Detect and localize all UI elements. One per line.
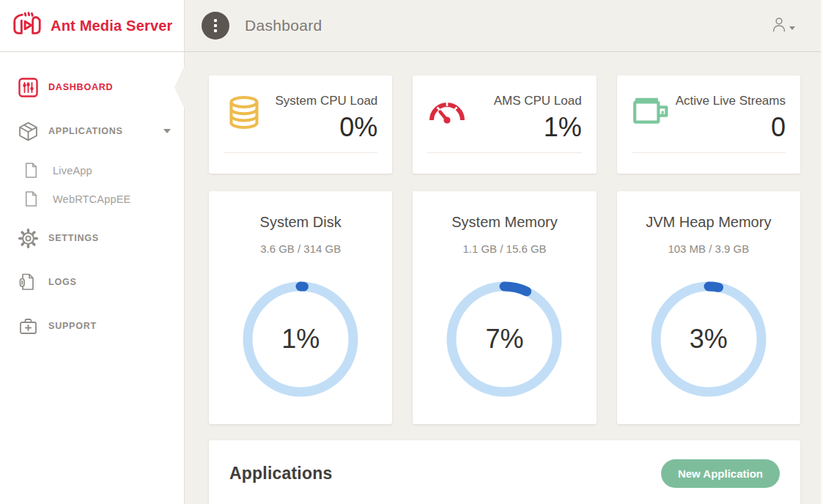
active-item-arrow (174, 65, 185, 109)
top-bar: Dashboard (185, 0, 823, 52)
gauge-cards-row: System Disk 3.6 GB / 314 GB 1% System Me… (209, 191, 800, 424)
sidebar-item-dashboard[interactable]: DASHBOARD (0, 70, 184, 105)
applications-title: Applications (229, 464, 332, 483)
page-title: Dashboard (245, 17, 322, 34)
donut-gauge: 1% (242, 281, 359, 398)
sidebar-item-label: LiveApp (53, 165, 92, 177)
sidebar-item-label: DASHBOARD (48, 82, 113, 92)
main-area: Dashboard (185, 0, 823, 504)
sidebar-item-liveapp[interactable]: LiveApp (0, 156, 184, 185)
sidebar-item-webrtcappee[interactable]: WebRTCAppEE (0, 185, 184, 213)
donut-gauge: 3% (650, 281, 767, 398)
sidebar-item-label: WebRTCAppEE (53, 193, 130, 205)
log-file-icon (16, 273, 40, 292)
ant-media-logo-icon (11, 10, 43, 42)
stat-value: 1% (494, 113, 582, 142)
chevron-down-icon (163, 129, 171, 133)
app-window: Ant Media Server DASHBOARD (0, 0, 823, 504)
applications-section: Applications New Application (209, 440, 800, 504)
gauge-card-jvm-heap: JVM Heap Memory 103 MB / 3.9 GB 3% (617, 191, 800, 424)
stat-label: System CPU Load (275, 93, 377, 109)
gear-icon (16, 228, 40, 249)
stat-label: AMS CPU Load (494, 93, 582, 109)
donut-gauge: 7% (446, 281, 563, 398)
gauge-title: System Disk (209, 214, 392, 231)
sidebar-item-applications[interactable]: APPLICATIONS (0, 114, 184, 149)
gauge-title: System Memory (413, 214, 596, 231)
gauge-card-system-disk: System Disk 3.6 GB / 314 GB 1% (209, 191, 392, 424)
sidebar-item-label: SETTINGS (48, 233, 99, 243)
new-application-button[interactable]: New Application (661, 459, 780, 488)
sliders-icon (16, 78, 40, 97)
stat-card-ams-cpu: AMS CPU Load 1% (413, 75, 596, 174)
dashboard-content: System CPU Load 0% (185, 52, 823, 504)
logo-area: Ant Media Server (0, 0, 184, 52)
stat-value: 0% (275, 113, 377, 142)
package-icon (16, 121, 40, 142)
stat-value: 0 (676, 113, 786, 142)
user-icon (771, 16, 787, 36)
logo-text: Ant Media Server (51, 18, 173, 34)
stat-label: Active Live Streams (676, 93, 786, 109)
user-menu-button[interactable] (771, 16, 795, 36)
sidebar-item-label: APPLICATIONS (48, 126, 123, 136)
stat-card-system-cpu: System CPU Load 0% (209, 75, 392, 174)
caret-down-icon (789, 26, 795, 30)
gauge-percent-label: 1% (242, 281, 359, 398)
file-icon (19, 162, 43, 179)
speedometer-icon (427, 93, 471, 142)
database-icon (224, 93, 267, 142)
gauge-card-system-memory: System Memory 1.1 GB / 15.6 GB 7% (413, 191, 596, 424)
file-icon (19, 190, 43, 207)
wallet-icon (632, 93, 676, 142)
sidebar-nav: DASHBOARD APPLICATIONS (0, 52, 184, 344)
sidebar-item-settings[interactable]: SETTINGS (0, 220, 184, 256)
sidebar-item-label: SUPPORT (48, 321, 97, 331)
gauge-title: JVM Heap Memory (617, 214, 800, 231)
gauge-percent-label: 7% (446, 281, 563, 398)
gauge-usage: 1.1 GB / 15.6 GB (413, 242, 596, 255)
sidebar: Ant Media Server DASHBOARD (0, 0, 185, 504)
sidebar-item-logs[interactable]: LOGS (0, 264, 184, 300)
menu-kebab-button[interactable] (202, 12, 229, 40)
gauge-usage: 103 MB / 3.9 GB (617, 242, 800, 255)
sidebar-item-label: LOGS (48, 277, 77, 287)
stat-cards-row: System CPU Load 0% (209, 75, 800, 174)
gauge-usage: 3.6 GB / 314 GB (209, 242, 392, 255)
first-aid-kit-icon (16, 316, 40, 336)
gauge-percent-label: 3% (650, 281, 767, 398)
stat-card-active-streams: Active Live Streams 0 (617, 75, 800, 174)
sidebar-item-support[interactable]: SUPPORT (0, 308, 184, 344)
